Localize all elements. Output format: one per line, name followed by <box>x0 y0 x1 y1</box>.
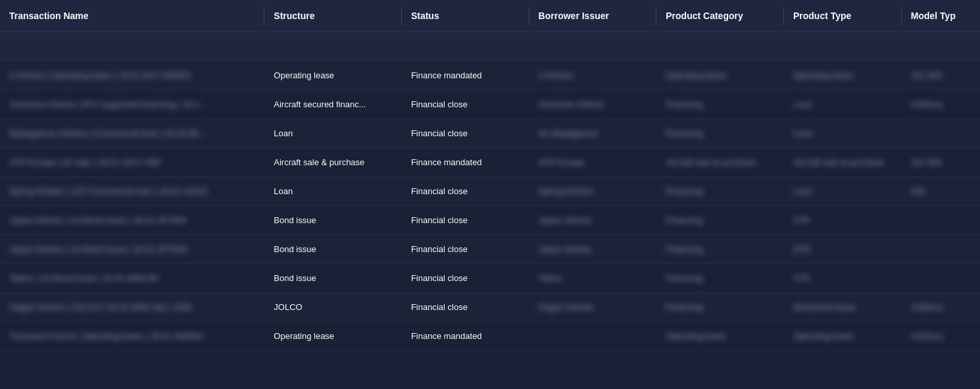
table-row[interactable]: Japan Airlines | 1st Bond Issue | 18-01-… <box>0 206 980 235</box>
category-cell: Financing <box>656 293 784 322</box>
status-cell: Financial close <box>402 119 529 148</box>
borrower-cell: Talent <box>529 264 657 293</box>
status-cell: Financial close <box>402 206 529 235</box>
category-cell: Financing <box>656 235 784 264</box>
transaction-cell: American Airlines | ATC supported financ… <box>0 90 264 119</box>
category-cell: Aircraft sale & purchase <box>656 148 784 177</box>
type-cell: Loan <box>784 177 902 206</box>
status-cell: Financial close <box>402 177 529 206</box>
model-header[interactable]: Model Typ <box>902 0 980 32</box>
table-header-row: Transaction Name Structure Status Borrow… <box>0 0 980 32</box>
model-cell: A320xxx <box>902 322 980 351</box>
structure-cell: JOLCO <box>264 293 402 322</box>
category-cell: Financing <box>656 90 784 119</box>
table-row[interactable] <box>0 32 980 61</box>
table-row[interactable]: Japan Airlines | 1st Bond Issue | 18-01-… <box>0 235 980 264</box>
model-cell <box>902 235 980 264</box>
transaction-cell: Hagari Airlines | JOLCO | 18-01-009x las… <box>0 293 264 322</box>
model-cell: A330xxx <box>902 90 980 119</box>
structure-cell: Aircraft sale & purchase <box>264 148 402 177</box>
transaction-name-header[interactable]: Transaction Name <box>0 0 264 32</box>
status-header[interactable]: Status <box>402 0 529 32</box>
transactions-table: Transaction Name Structure Status Borrow… <box>0 0 980 351</box>
borrower-cell: A Airlines <box>529 61 657 90</box>
model-cell <box>902 264 980 293</box>
table-row[interactable]: Talent | 1st Bond Issue | 18-31-0000 BnB… <box>0 264 980 293</box>
category-cell: Operating lease <box>656 61 784 90</box>
structure-cell: Loan <box>264 119 402 148</box>
borrower-cell: Air Madagascar <box>529 119 657 148</box>
model-cell: 101 000 <box>902 148 980 177</box>
model-cell: 320 <box>902 177 980 206</box>
table-row[interactable]: ATR Europe | Air sale | 18-01-16/17-990A… <box>0 148 980 177</box>
transaction-cell: Japan Airlines | 1st Bond Issue | 18-01-… <box>0 235 264 264</box>
status-cell: Financial close <box>402 293 529 322</box>
status-cell: Financial close <box>402 90 529 119</box>
structure-cell: Bond issue <box>264 206 402 235</box>
status-cell: Finance mandated <box>402 322 529 351</box>
table-row[interactable]: Madagascar Airlines | Commercial loan | … <box>0 119 980 148</box>
category-cell: Financing <box>656 206 784 235</box>
type-cell: STR <box>784 206 902 235</box>
structure-cell: Operating lease <box>264 322 402 351</box>
model-cell <box>902 119 980 148</box>
empty-cell <box>656 32 784 61</box>
category-header[interactable]: Product Category <box>656 0 784 32</box>
structure-cell: Bond issue <box>264 264 402 293</box>
borrower-cell: American Airlines <box>529 90 657 119</box>
table-row[interactable]: Transavia France | Operating lease | 18-… <box>0 322 980 351</box>
status-cell: Financial close <box>402 235 529 264</box>
transaction-cell: Spring Airlines | 10T Commercial loan | … <box>0 177 264 206</box>
structure-cell: Operating lease <box>264 61 402 90</box>
status-cell: Finance mandated <box>402 148 529 177</box>
empty-cell <box>264 32 402 61</box>
borrower-header[interactable]: Borrower Issuer <box>529 0 657 32</box>
category-cell: Financing <box>656 119 784 148</box>
borrower-cell: Spring Airlines <box>529 177 657 206</box>
borrower-cell: Japan Airlines <box>529 235 657 264</box>
empty-cell <box>402 32 529 61</box>
structure-cell: Loan <box>264 177 402 206</box>
category-cell: Operating lease <box>656 322 784 351</box>
type-cell: Structured lease <box>784 293 902 322</box>
structure-header[interactable]: Structure <box>264 0 402 32</box>
type-cell: Aircraft sale & purchase <box>784 148 902 177</box>
transactions-table-container: Transaction Name Structure Status Borrow… <box>0 0 980 351</box>
model-cell: A330xxx <box>902 293 980 322</box>
type-cell: Operating lease <box>784 61 902 90</box>
table-row[interactable]: A Airlines | Operating lease | 18-01-6/1… <box>0 61 980 90</box>
status-cell: Finance mandated <box>402 61 529 90</box>
empty-cell <box>902 32 980 61</box>
type-cell: STR <box>784 264 902 293</box>
model-cell <box>902 206 980 235</box>
transaction-cell: Madagascar Airlines | Commercial loan | … <box>0 119 264 148</box>
status-cell: Financial close <box>402 264 529 293</box>
empty-cell <box>529 32 657 61</box>
type-cell: STR <box>784 235 902 264</box>
type-cell: Loan <box>784 119 902 148</box>
table-row[interactable]: Spring Airlines | 10T Commercial loan | … <box>0 177 980 206</box>
borrower-cell <box>529 322 657 351</box>
type-cell: Operating lease <box>784 322 902 351</box>
category-cell: Financing <box>656 264 784 293</box>
structure-cell: Bond issue <box>264 235 402 264</box>
model-cell: 101 000 <box>902 61 980 90</box>
category-cell: Financing <box>656 177 784 206</box>
type-header[interactable]: Product Type <box>784 0 902 32</box>
structure-cell: Aircraft secured financ... <box>264 90 402 119</box>
empty-cell <box>0 32 264 61</box>
transaction-cell: Transavia France | Operating lease | 18-… <box>0 322 264 351</box>
transaction-cell: ATR Europe | Air sale | 18-01-16/17-990 <box>0 148 264 177</box>
borrower-cell: Hagari Airlines <box>529 293 657 322</box>
transaction-cell: A Airlines | Operating lease | 18-01-6/1… <box>0 61 264 90</box>
type-cell: Loan <box>784 90 902 119</box>
table-row[interactable]: Hagari Airlines | JOLCO | 18-01-009x las… <box>0 293 980 322</box>
borrower-cell: ATR Europe <box>529 148 657 177</box>
empty-cell <box>784 32 902 61</box>
transaction-cell: Japan Airlines | 1st Bond Issue | 18-01-… <box>0 206 264 235</box>
transaction-cell: Talent | 1st Bond Issue | 18-31-0000 Bn <box>0 264 264 293</box>
borrower-cell: Japan Airlines <box>529 206 657 235</box>
table-row[interactable]: American Airlines | ATC supported financ… <box>0 90 980 119</box>
